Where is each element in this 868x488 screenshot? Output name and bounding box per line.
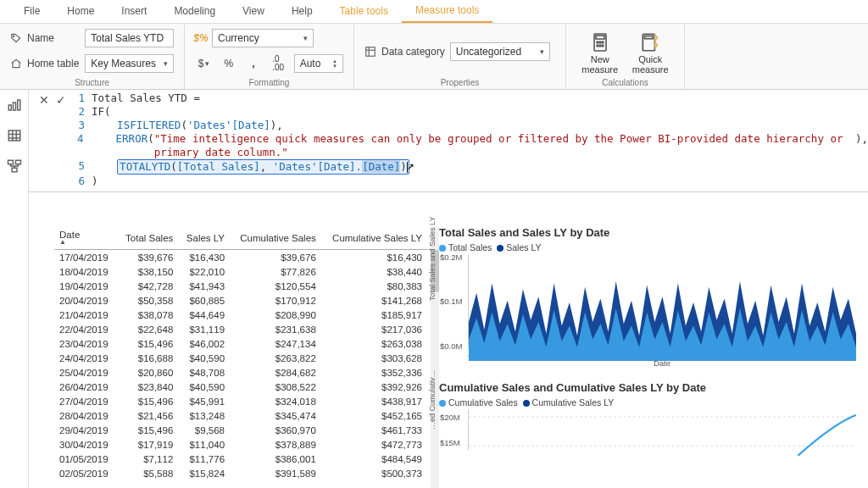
calculator-icon [588, 30, 612, 54]
name-label: Name [27, 32, 80, 44]
tab-file[interactable]: File [10, 1, 53, 22]
percent-button[interactable]: % [220, 54, 237, 73]
group-label-properties: Properties [364, 76, 555, 87]
commit-formula-icon[interactable]: ✓ [56, 93, 66, 107]
table-row[interactable]: 20/04/2019$50,358$60,885$170,912$141,268 [54, 293, 427, 308]
format-field[interactable]: Currency▾ [212, 29, 314, 47]
table-row[interactable]: 23/04/2019$15,496$46,002$247,134$263,038 [54, 336, 427, 351]
ribbon-tabs: File Home Insert Modeling View Help Tabl… [0, 0, 868, 24]
table-row[interactable]: 26/04/2019$23,840$40,590$308,522$392,926 [54, 380, 427, 394]
tab-modeling[interactable]: Modeling [160, 1, 229, 22]
table-row[interactable]: 02/05/2019$5,588$15,824$391,589$500,373 [54, 466, 427, 480]
col-sales-ly[interactable]: Sales LY [178, 226, 230, 250]
svg-rect-24 [12, 168, 17, 172]
data-view-icon[interactable] [6, 127, 23, 144]
svg-point-10 [599, 45, 601, 47]
chart-legend: Total Sales Sales LY [439, 242, 856, 252]
model-view-icon[interactable] [6, 158, 23, 175]
tab-home[interactable]: Home [53, 1, 108, 22]
table-row[interactable]: 19/04/2019$42,728$41,943$120,554$80,383 [54, 279, 427, 293]
chart-title: Cumulative Sales and Cumulative Sales LY… [439, 381, 856, 394]
new-measure-button[interactable]: New measure [576, 27, 624, 76]
table-row[interactable]: 17/04/2019$39,676$16,430$39,676$16,430 [54, 250, 427, 265]
svg-point-0 [13, 36, 14, 36]
svg-rect-1 [366, 47, 376, 57]
y-axis-label: Total Sales and Sales LY [428, 216, 437, 300]
svg-rect-22 [8, 160, 13, 164]
svg-point-8 [602, 42, 604, 43]
table-row[interactable]: 29/04/2019$15,496$9,568$360,970$461,733 [54, 423, 427, 437]
table-row[interactable]: 01/05/2019$7,112$11,776$386,001$484,549 [54, 452, 427, 466]
col-cum-sales[interactable]: Cumulative Sales [230, 226, 321, 250]
home-table-field[interactable]: Key Measures▾ [85, 54, 174, 73]
table-row[interactable]: 28/04/2019$21,456$13,248$345,474$452,165 [54, 408, 427, 423]
category-icon [364, 46, 376, 58]
decimals-field[interactable]: Auto▲▼ [294, 54, 343, 73]
svg-rect-14 [8, 105, 11, 110]
tab-measure-tools[interactable]: Measure tools [402, 0, 492, 23]
chart-title: Total Sales and Sales LY by Date [439, 226, 856, 239]
group-label-structure: Structure [10, 76, 174, 87]
chart-total-sales[interactable]: Total Sales and Sales LY by Date Total S… [439, 226, 856, 368]
group-label-calculations: Calculations [576, 76, 674, 87]
col-total-sales[interactable]: Total Sales [117, 226, 178, 250]
table-row[interactable]: 24/04/2019$16,688$40,590$263,822$303,628 [54, 351, 427, 365]
chart-plot [469, 409, 856, 456]
quick-measure-button[interactable]: Quick measure [627, 27, 675, 76]
col-cum-sales-ly[interactable]: Cumulative Sales LY [321, 226, 427, 250]
thousands-button[interactable]: , [244, 54, 262, 73]
chart-plot [469, 254, 856, 361]
svg-point-6 [597, 42, 598, 43]
tab-insert[interactable]: Insert [108, 1, 160, 22]
chevron-down-icon: ▾ [303, 34, 308, 42]
chart-legend: Cumulative Sales Cumulative Sales LY [439, 397, 856, 408]
table-row[interactable]: 18/04/2019$38,150$22,010$77,826$38,440 [54, 264, 427, 279]
svg-point-7 [599, 42, 601, 43]
chevron-down-icon: ▾ [164, 59, 168, 68]
table-row[interactable]: 22/04/2019$22,648$31,119$231,638$217,036 [54, 322, 427, 336]
chart-cumulative-sales[interactable]: Cumulative Sales and Cumulative Sales LY… [439, 381, 856, 450]
chevron-down-icon: ▾ [540, 47, 544, 56]
format-icon: $% [195, 32, 207, 44]
cancel-formula-icon[interactable]: ✕ [39, 93, 49, 107]
table-row[interactable]: 25/04/2019$20,860$48,708$284,682$352,336 [54, 365, 427, 380]
quick-calc-icon [638, 30, 662, 54]
name-field[interactable]: Total Sales YTD [85, 29, 174, 47]
table-row[interactable]: 27/04/2019$15,496$45,991$324,018$438,917 [54, 394, 427, 408]
svg-rect-17 [8, 130, 20, 141]
ribbon: Name Total Sales YTD Home table Key Meas… [0, 24, 868, 90]
tab-help[interactable]: Help [278, 1, 326, 22]
svg-point-11 [602, 45, 604, 47]
tag-icon [10, 32, 22, 44]
tab-table-tools[interactable]: Table tools [326, 1, 402, 22]
svg-rect-13 [645, 36, 654, 38]
home-table-label: Home table [27, 58, 80, 69]
col-date[interactable]: Date▲ [54, 226, 117, 250]
table-row[interactable]: 21/04/2019$38,078$44,649$208,990$185,917 [54, 308, 427, 322]
data-category-field[interactable]: Uncategorized▾ [450, 42, 550, 61]
group-label-formatting: Formatting [195, 76, 343, 87]
svg-rect-23 [15, 160, 20, 164]
table-row[interactable]: 30/04/2019$17,919$11,040$378,889$472,773 [54, 437, 427, 452]
formula-bar[interactable]: ✕ ✓ 1Total Sales YTD = 2IF( 3 ISFILTERED… [29, 90, 868, 192]
home-icon [10, 58, 22, 69]
currency-button[interactable]: $▾ [195, 54, 213, 73]
tab-view[interactable]: View [229, 1, 278, 22]
sales-table[interactable]: Date▲ Total Sales Sales LY Cumulative Sa… [54, 226, 427, 488]
y-axis-label: …ed Cumulativ… [428, 369, 437, 430]
view-rail [0, 90, 29, 488]
report-view-icon[interactable] [6, 97, 23, 114]
svg-rect-5 [596, 36, 604, 39]
svg-rect-15 [13, 103, 15, 110]
svg-point-9 [597, 45, 598, 47]
formula-editor[interactable]: 1Total Sales YTD = 2IF( 3 ISFILTERED('Da… [76, 90, 868, 191]
data-category-label: Data category [381, 46, 445, 58]
svg-rect-16 [17, 100, 19, 110]
decimals-icon: .0.00 [270, 54, 287, 73]
